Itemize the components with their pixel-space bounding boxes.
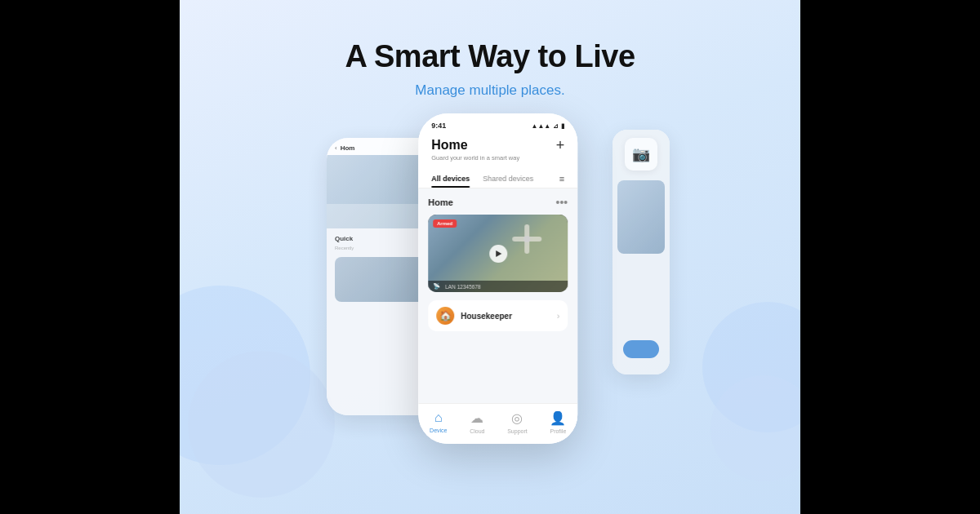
fan-center	[523, 236, 530, 242]
signal-icon: ▲▲▲	[531, 122, 550, 130]
nav-item-cloud[interactable]: ☁ Cloud	[470, 410, 484, 434]
phone-right-device-icon: 📷	[632, 145, 650, 163]
lan-icon: 📡	[433, 283, 440, 290]
main-container: A Smart Way to Live Manage multiple plac…	[180, 0, 800, 514]
profile-nav-icon: 👤	[550, 410, 566, 426]
housekeeper-chevron-icon: ›	[557, 312, 559, 321]
housekeeper-name: Housekeeper	[461, 312, 550, 321]
cloud-nav-label: Cloud	[470, 428, 484, 434]
play-button[interactable]	[489, 245, 507, 263]
camera-feed: Armed 📡 LAN 12345678	[428, 215, 568, 292]
bottom-nav: ⌂ Device ☁ Cloud ◎ Support 👤 Profile	[418, 403, 577, 444]
battery-icon: ▮	[561, 122, 564, 130]
phone-background-right: 📷	[612, 130, 670, 374]
phone-main: 9:41 ▲▲▲ ⊿ ▮ Home Guard your world in a …	[418, 113, 577, 444]
tab-shared-devices[interactable]: Shared devices	[483, 170, 540, 188]
decorative-blob-right	[710, 375, 800, 481]
app-header-left: Home Guard your world in a smart way	[431, 138, 519, 162]
support-nav-label: Support	[507, 428, 528, 434]
camera-footer: 📡 LAN 12345678	[428, 281, 568, 292]
home-section-menu-dots[interactable]: •••	[556, 197, 568, 208]
phone-bg-title: Hom	[341, 144, 355, 152]
app-tabs: All devices Shared devices ≡	[418, 170, 577, 188]
menu-icon[interactable]: ≡	[559, 174, 564, 184]
status-time: 9:41	[431, 122, 446, 130]
support-nav-icon: ◎	[511, 410, 523, 426]
nav-item-device[interactable]: ⌂ Device	[430, 410, 447, 434]
header-section: A Smart Way to Live Manage multiple plac…	[345, 39, 635, 99]
cloud-nav-icon: ☁	[470, 410, 483, 426]
device-nav-icon: ⌂	[434, 410, 443, 425]
wifi-icon: ⊿	[553, 122, 559, 130]
armed-badge: Armed	[433, 219, 457, 228]
main-title: A Smart Way to Live	[345, 39, 635, 74]
housekeeper-row[interactable]: 🏠 Housekeeper ›	[428, 300, 568, 331]
camera-footer-text: LAN 12345678	[445, 284, 480, 290]
phone-right-blue-button[interactable]	[623, 340, 659, 358]
ceiling-fan-decoration	[510, 223, 543, 255]
phone-right-image-area	[617, 180, 665, 254]
device-nav-label: Device	[430, 428, 447, 433]
phone-main-inner: 9:41 ▲▲▲ ⊿ ▮ Home Guard your world in a …	[418, 113, 577, 444]
home-section-title: Home	[428, 197, 453, 207]
phone-right-inner: 📷	[612, 130, 670, 374]
home-section-header: Home •••	[428, 197, 568, 208]
housekeeper-avatar: 🏠	[436, 307, 454, 325]
phone-bg-chevron-icon: ‹	[335, 144, 337, 152]
subtitle: Manage multiple places.	[345, 82, 635, 99]
play-triangle-icon	[496, 250, 501, 257]
phones-wrapper: ‹ Hom Quick Recently 📷	[310, 113, 670, 472]
nav-item-profile[interactable]: 👤 Profile	[550, 410, 566, 434]
nav-item-support[interactable]: ◎ Support	[507, 410, 528, 434]
app-header: Home Guard your world in a smart way +	[418, 133, 577, 170]
status-bar: 9:41 ▲▲▲ ⊿ ▮	[418, 113, 577, 133]
app-content: Home •••	[418, 188, 577, 403]
add-button[interactable]: +	[556, 138, 565, 153]
camera-card[interactable]: Armed 📡 LAN 12345678	[428, 215, 568, 292]
app-home-subtitle: Guard your world in a smart way	[431, 154, 519, 162]
app-home-title: Home	[431, 138, 519, 153]
status-icons: ▲▲▲ ⊿ ▮	[531, 122, 564, 130]
phone-right-icon-box: 📷	[625, 138, 657, 171]
tab-all-devices[interactable]: All devices	[431, 170, 476, 188]
profile-nav-label: Profile	[550, 428, 566, 434]
